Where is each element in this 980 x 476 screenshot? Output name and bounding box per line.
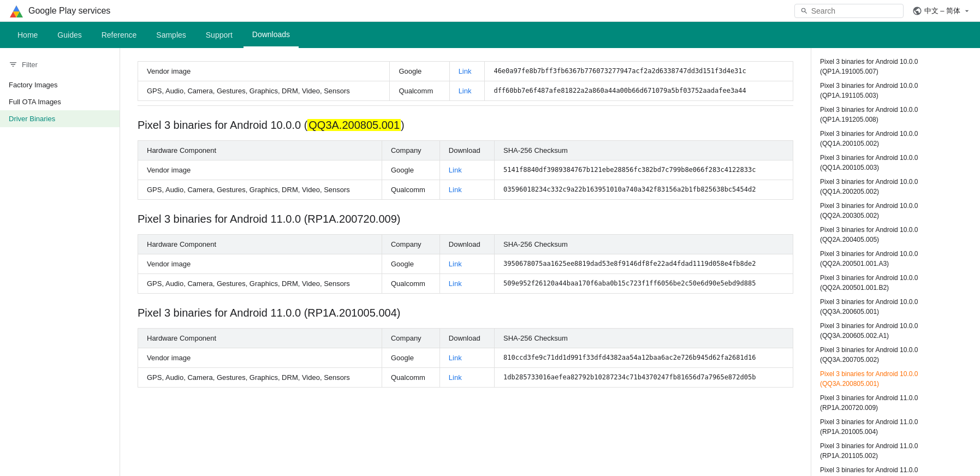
toc-item[interactable]: Pixel 3 binaries for Android 11.0.0 (RP1… (811, 415, 980, 439)
lang-button[interactable]: 中文 – 简体 (912, 6, 971, 16)
topbar: Google Play services 中文 – 简体 (0, 0, 980, 22)
sidebar-item-driver-binaries[interactable]: Driver Binaries (0, 110, 120, 127)
company-cell: Google (382, 348, 439, 368)
data-table: Hardware ComponentCompanyDownloadSHA-256… (138, 234, 793, 294)
toc-item[interactable]: Pixel 3 binaries for Android 10.0.0 (QQ2… (811, 199, 980, 223)
download-cell[interactable]: Link (449, 81, 485, 101)
toc-item[interactable]: Pixel 3 binaries for Android 10.0.0 (QP1… (811, 55, 980, 79)
download-cell[interactable]: Link (439, 368, 494, 388)
section-header: Pixel 3 binaries for Android 11.0.0 (RP1… (138, 213, 793, 225)
section-section1: Pixel 3 binaries for Android 10.0.0 (QQ3… (138, 119, 793, 200)
toc-item[interactable]: Pixel 3 binaries for Android 10.0.0 (QQ1… (811, 175, 980, 199)
toc-item[interactable]: Pixel 3 binaries for Android 10.0.0 (QQ3… (811, 367, 980, 391)
chevron-down-icon (963, 7, 971, 15)
nav-item-home[interactable]: Home (9, 22, 46, 48)
download-link[interactable]: Link (449, 354, 462, 362)
checksum-cell: 3950678075aa1625ee8819dad53e8f9146df8fe2… (495, 254, 793, 274)
table-row: GPS, Audio, Camera, Gestures, Graphics, … (138, 274, 793, 294)
table-row: Vendor image Google Link 46e0a97fe8b7bff… (138, 62, 793, 81)
sidebar-item-full-ota-images[interactable]: Full OTA Images (0, 93, 120, 110)
checksum-cell: 03596018234c332c9a22b163951010a740a342f8… (495, 180, 793, 200)
checksum-cell: 5141f8840df3989384767b121ebe28856fc382bd… (495, 160, 793, 180)
section-title-prefix: Pixel 3 binaries for Android 10.0.0 ( (138, 119, 307, 131)
toc-item[interactable]: Pixel 3 binaries for Android 10.0.0 (QP1… (811, 79, 980, 103)
nav-item-support[interactable]: Support (197, 22, 241, 48)
download-link[interactable]: Link (449, 166, 462, 174)
component-cell: Vendor image (138, 160, 382, 180)
download-cell[interactable]: Link (449, 62, 485, 81)
toc-item[interactable]: Pixel 3 binaries for Android 10.0.0 (QQ3… (811, 295, 980, 319)
above-table: Vendor image Google Link 46e0a97fe8b7bff… (138, 61, 793, 101)
filter-label: Filter (22, 61, 38, 69)
company-cell: Google (382, 160, 439, 180)
main-content: Vendor image Google Link 46e0a97fe8b7bff… (120, 48, 811, 476)
download-link[interactable]: Link (449, 186, 462, 194)
nav-item-guides[interactable]: Guides (49, 22, 90, 48)
layout: Filter Factory ImagesFull OTA ImagesDriv… (0, 48, 980, 476)
toc-item[interactable]: Pixel 3 binaries for Android 10.0.0 (QQ2… (811, 223, 980, 247)
component-cell: GPS, Audio, Camera, Gestures, Graphics, … (138, 368, 382, 388)
sidebar-item-factory-images[interactable]: Factory Images (0, 76, 120, 93)
section-section3: Pixel 3 binaries for Android 11.0.0 (RP1… (138, 307, 793, 388)
nav-item-reference[interactable]: Reference (93, 22, 146, 48)
section-header: Pixel 3 binaries for Android 10.0.0 (QQ3… (138, 119, 793, 132)
table-row: GPS, Audio, Camera, Gestures, Graphics, … (138, 368, 793, 388)
table-row: Vendor image Google Link 3950678075aa162… (138, 254, 793, 274)
toc-item[interactable]: Pixel 3 binaries for Android 10.0.0 (QQ2… (811, 247, 980, 271)
toc: Pixel 3 binaries for Android 10.0.0 (QP1… (811, 48, 980, 476)
search-input[interactable] (811, 7, 898, 15)
checksum-cell: 509e952f26120a44baa170f6aba0b15c723f1ff6… (495, 274, 793, 294)
table-row: Vendor image Google Link 5141f8840df3989… (138, 160, 793, 180)
toc-item[interactable]: Pixel 3 binaries for Android 11.0.0 (RQ1… (811, 463, 980, 476)
logo-text: Google Play services (28, 6, 110, 16)
download-link[interactable]: Link (449, 279, 462, 288)
download-link[interactable]: Link (459, 67, 472, 75)
component-cell: GPS, Audio, Camera, Gestures, Graphics, … (138, 180, 382, 200)
table-header-row: Hardware ComponentCompanyDownloadSHA-256… (138, 141, 793, 160)
navbar: HomeGuidesReferenceSamplesSupportDownloa… (0, 22, 980, 48)
download-link[interactable]: Link (449, 373, 462, 382)
company-cell: Google (382, 254, 439, 274)
sidebar: Filter Factory ImagesFull OTA ImagesDriv… (0, 48, 120, 476)
col-header-download: Download (439, 235, 494, 254)
download-link[interactable]: Link (459, 87, 472, 95)
section-title-suffix: ) (401, 119, 405, 131)
toc-item[interactable]: Pixel 3 binaries for Android 10.0.0 (QQ3… (811, 319, 980, 343)
data-table: Hardware ComponentCompanyDownloadSHA-256… (138, 140, 793, 200)
toc-item[interactable]: Pixel 3 binaries for Android 10.0.0 (QQ2… (811, 271, 980, 295)
toc-item[interactable]: Pixel 3 binaries for Android 11.0.0 (RP1… (811, 439, 980, 463)
component-cell: Vendor image (138, 62, 390, 81)
company-cell: Qualcomm (382, 274, 439, 294)
section-title-highlight: QQ3A.200805.001 (307, 119, 401, 131)
component-cell: GPS, Audio, Camera, Gestures, Graphics, … (138, 274, 382, 294)
download-link[interactable]: Link (449, 260, 462, 268)
checksum-cell: 46e0a97fe8b7bff3fb6367b776073277947acf2a… (485, 62, 793, 81)
download-cell[interactable]: Link (439, 274, 494, 294)
component-cell: Vendor image (138, 348, 382, 368)
search-box[interactable] (794, 4, 904, 18)
checksum-cell: 1db285733016aefea82792b10287234c71b43702… (495, 368, 793, 388)
lang-label: 中文 – 简体 (924, 6, 960, 16)
download-cell[interactable]: Link (439, 348, 494, 368)
col-header-checksum: SHA-256 Checksum (495, 235, 793, 254)
toc-item[interactable]: Pixel 3 binaries for Android 10.0.0 (QQ1… (811, 127, 980, 151)
toc-item[interactable]: Pixel 3 binaries for Android 10.0.0 (QQ3… (811, 343, 980, 367)
company-cell: Qualcomm (390, 81, 449, 101)
toc-item[interactable]: Pixel 3 binaries for Android 11.0.0 (RP1… (811, 391, 980, 415)
table-row: GPS, Audio, Camera, Gestures, Graphics, … (138, 81, 793, 101)
logo: Google Play services (9, 3, 110, 19)
col-header-component: Hardware Component (138, 235, 382, 254)
download-cell[interactable]: Link (439, 160, 494, 180)
toc-item[interactable]: Pixel 3 binaries for Android 10.0.0 (QQ1… (811, 151, 980, 175)
download-cell[interactable]: Link (439, 180, 494, 200)
col-header-component: Hardware Component (138, 141, 382, 160)
download-cell[interactable]: Link (439, 254, 494, 274)
col-header-download: Download (439, 329, 494, 348)
toc-item[interactable]: Pixel 3 binaries for Android 10.0.0 (QP1… (811, 103, 980, 127)
filter-button[interactable]: Filter (0, 57, 120, 72)
table-header-row: Hardware ComponentCompanyDownloadSHA-256… (138, 235, 793, 254)
table-row: GPS, Audio, Camera, Gestures, Graphics, … (138, 180, 793, 200)
nav-item-samples[interactable]: Samples (147, 22, 194, 48)
nav-item-downloads[interactable]: Downloads (243, 22, 299, 48)
sections-container: Pixel 3 binaries for Android 10.0.0 (QQ3… (138, 119, 793, 388)
